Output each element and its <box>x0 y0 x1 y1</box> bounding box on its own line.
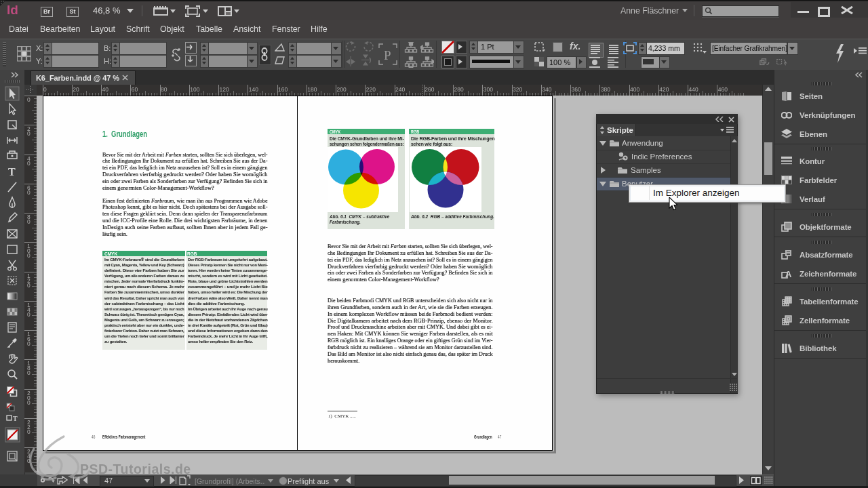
svg-text:T: T <box>8 166 16 178</box>
svg-text:T: T <box>13 415 18 422</box>
svg-text:A: A <box>785 269 792 279</box>
svg-text:PSD-Tutorials.de: PSD-Tutorials.de <box>80 462 191 476</box>
svg-text:P: P <box>384 48 391 62</box>
